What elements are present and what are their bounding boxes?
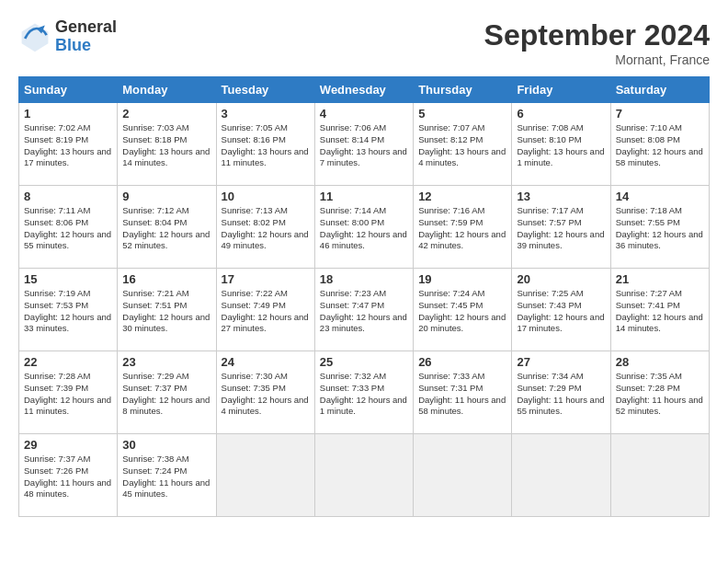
day-info: Sunrise: 7:06 AM Sunset: 8:14 PM Dayligh… [320, 122, 408, 169]
day-number: 12 [418, 190, 506, 203]
day-info: Sunrise: 7:32 AM Sunset: 7:33 PM Dayligh… [320, 371, 408, 418]
day-info: Sunrise: 7:13 AM Sunset: 8:02 PM Dayligh… [222, 205, 310, 252]
sunrise-label: Sunrise: 7:18 AM [616, 205, 682, 215]
day-info: Sunrise: 7:07 AM Sunset: 8:12 PM Dayligh… [418, 122, 506, 169]
daylight-label: Daylight: 12 hours and 58 minutes. [616, 146, 703, 168]
sunset-label: Sunset: 8:16 PM [222, 134, 286, 144]
day-info: Sunrise: 7:22 AM Sunset: 7:49 PM Dayligh… [222, 288, 310, 335]
table-row: 30 Sunrise: 7:38 AM Sunset: 7:24 PM Dayl… [118, 434, 216, 517]
sunrise-label: Sunrise: 7:11 AM [24, 205, 90, 215]
table-row: 13 Sunrise: 7:17 AM Sunset: 7:57 PM Dayl… [512, 186, 610, 269]
table-row: 8 Sunrise: 7:11 AM Sunset: 8:06 PM Dayli… [19, 186, 118, 269]
table-row: 21 Sunrise: 7:27 AM Sunset: 7:41 PM Dayl… [610, 269, 709, 351]
sunrise-label: Sunrise: 7:29 AM [122, 371, 188, 381]
calendar-week-row: 8 Sunrise: 7:11 AM Sunset: 8:06 PM Dayli… [19, 186, 710, 269]
day-info: Sunrise: 7:25 AM Sunset: 7:43 PM Dayligh… [517, 288, 605, 335]
sunrise-label: Sunrise: 7:07 AM [418, 122, 484, 132]
daylight-label: Daylight: 12 hours and 1 minute. [320, 395, 407, 417]
day-info: Sunrise: 7:08 AM Sunset: 8:10 PM Dayligh… [517, 122, 605, 169]
day-number: 13 [517, 190, 605, 203]
day-number: 10 [222, 190, 310, 203]
sunrise-label: Sunrise: 7:28 AM [24, 371, 90, 381]
day-number: 20 [517, 272, 605, 286]
location: Mornant, France [484, 52, 710, 67]
daylight-label: Daylight: 13 hours and 11 minutes. [222, 146, 309, 168]
sunrise-label: Sunrise: 7:38 AM [122, 454, 188, 464]
day-number: 22 [24, 355, 112, 369]
table-row: 9 Sunrise: 7:12 AM Sunset: 8:04 PM Dayli… [118, 186, 216, 269]
sunset-label: Sunset: 7:33 PM [320, 383, 384, 393]
daylight-label: Daylight: 12 hours and 27 minutes. [222, 312, 309, 334]
table-row: 28 Sunrise: 7:35 AM Sunset: 7:28 PM Dayl… [610, 351, 709, 434]
day-number: 8 [24, 190, 112, 203]
daylight-label: Daylight: 12 hours and 49 minutes. [222, 229, 309, 251]
sunset-label: Sunset: 8:10 PM [517, 134, 581, 144]
day-info: Sunrise: 7:21 AM Sunset: 7:51 PM Dayligh… [122, 288, 210, 335]
logo-blue-text: Blue [55, 37, 117, 55]
sunrise-label: Sunrise: 7:10 AM [616, 122, 682, 132]
daylight-label: Daylight: 12 hours and 8 minutes. [122, 395, 210, 417]
daylight-label: Daylight: 12 hours and 42 minutes. [418, 229, 506, 251]
sunset-label: Sunset: 7:37 PM [122, 383, 187, 393]
day-info: Sunrise: 7:02 AM Sunset: 8:19 PM Dayligh… [24, 122, 112, 169]
sunrise-label: Sunrise: 7:02 AM [24, 122, 90, 132]
daylight-label: Daylight: 13 hours and 1 minute. [517, 146, 604, 168]
sunrise-label: Sunrise: 7:30 AM [222, 371, 288, 381]
day-number: 15 [24, 272, 112, 286]
daylight-label: Daylight: 12 hours and 46 minutes. [320, 229, 407, 251]
day-number: 24 [222, 355, 310, 369]
day-number: 14 [616, 190, 704, 203]
day-number: 3 [222, 107, 310, 121]
day-info: Sunrise: 7:29 AM Sunset: 7:37 PM Dayligh… [122, 371, 210, 418]
daylight-label: Daylight: 12 hours and 11 minutes. [24, 395, 111, 417]
day-number: 2 [122, 107, 210, 121]
sunset-label: Sunset: 8:02 PM [222, 217, 286, 227]
sunset-label: Sunset: 7:57 PM [517, 217, 581, 227]
daylight-label: Daylight: 12 hours and 4 minutes. [222, 395, 309, 417]
sunrise-label: Sunrise: 7:37 AM [24, 454, 90, 464]
sunset-label: Sunset: 7:47 PM [320, 300, 384, 310]
day-number: 17 [222, 272, 310, 286]
day-number: 30 [122, 438, 210, 452]
daylight-label: Daylight: 11 hours and 45 minutes. [122, 477, 210, 500]
day-info: Sunrise: 7:35 AM Sunset: 7:28 PM Dayligh… [616, 371, 704, 418]
daylight-label: Daylight: 13 hours and 17 minutes. [24, 146, 111, 168]
sunrise-label: Sunrise: 7:06 AM [320, 122, 386, 132]
day-number: 4 [320, 107, 408, 121]
sunset-label: Sunset: 7:43 PM [517, 300, 581, 310]
sunset-label: Sunset: 7:26 PM [24, 465, 88, 476]
table-row: 23 Sunrise: 7:29 AM Sunset: 7:37 PM Dayl… [118, 351, 216, 434]
table-row: 26 Sunrise: 7:33 AM Sunset: 7:31 PM Dayl… [414, 351, 512, 434]
sunset-label: Sunset: 8:14 PM [320, 134, 384, 144]
daylight-label: Daylight: 11 hours and 48 minutes. [24, 477, 111, 500]
sunrise-label: Sunrise: 7:12 AM [122, 205, 188, 215]
table-row: 2 Sunrise: 7:03 AM Sunset: 8:18 PM Dayli… [118, 103, 216, 186]
table-row [216, 434, 314, 517]
sunset-label: Sunset: 7:55 PM [616, 217, 680, 227]
logo: General Blue [18, 18, 117, 55]
sunset-label: Sunset: 8:19 PM [24, 134, 88, 144]
day-info: Sunrise: 7:12 AM Sunset: 8:04 PM Dayligh… [122, 205, 210, 252]
sunrise-label: Sunrise: 7:21 AM [122, 288, 188, 298]
month-title: September 2024 [484, 18, 710, 52]
sunset-label: Sunset: 8:12 PM [418, 134, 483, 144]
daylight-label: Daylight: 12 hours and 17 minutes. [517, 312, 604, 334]
table-row [314, 434, 413, 517]
table-row: 10 Sunrise: 7:13 AM Sunset: 8:02 PM Dayl… [216, 186, 314, 269]
daylight-label: Daylight: 12 hours and 20 minutes. [418, 312, 506, 334]
calendar-week-row: 15 Sunrise: 7:19 AM Sunset: 7:53 PM Dayl… [19, 269, 710, 351]
title-block: September 2024 Mornant, France [484, 18, 710, 67]
table-row [414, 434, 512, 517]
logo-general-text: General [55, 18, 117, 37]
day-number: 28 [616, 355, 704, 369]
day-info: Sunrise: 7:18 AM Sunset: 7:55 PM Dayligh… [616, 205, 704, 252]
daylight-label: Daylight: 12 hours and 39 minutes. [517, 229, 604, 251]
day-number: 16 [122, 272, 210, 286]
day-info: Sunrise: 7:24 AM Sunset: 7:45 PM Dayligh… [418, 288, 506, 335]
daylight-label: Daylight: 12 hours and 23 minutes. [320, 312, 407, 334]
day-info: Sunrise: 7:23 AM Sunset: 7:47 PM Dayligh… [320, 288, 408, 335]
day-info: Sunrise: 7:33 AM Sunset: 7:31 PM Dayligh… [418, 371, 506, 418]
day-number: 23 [122, 355, 210, 369]
table-row: 16 Sunrise: 7:21 AM Sunset: 7:51 PM Dayl… [118, 269, 216, 351]
sunrise-label: Sunrise: 7:25 AM [517, 288, 583, 298]
